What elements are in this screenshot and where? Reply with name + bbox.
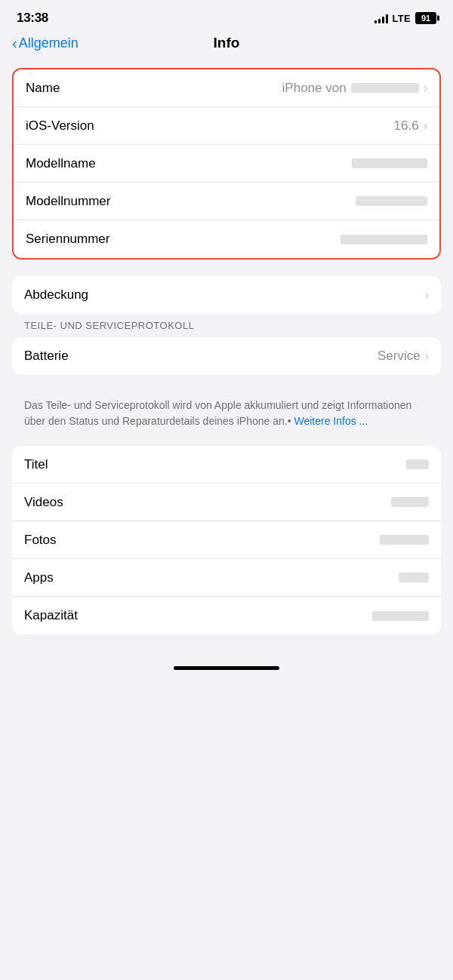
ios-version-row[interactable]: iOS-Version 16.6 › [14, 107, 439, 145]
videos-value [391, 497, 429, 507]
status-time: 13:38 [17, 11, 48, 26]
batterie-row[interactable]: Batterie Service › [12, 337, 441, 375]
fotos-blurred [380, 535, 429, 545]
status-bar: 13:38 LTE 91 [0, 0, 453, 32]
name-row[interactable]: Name iPhone von › [14, 69, 439, 107]
fotos-label: Fotos [24, 533, 57, 548]
kapazitat-row: Kapazität [12, 597, 441, 634]
status-right: LTE 91 [374, 12, 437, 24]
model-name-blurred [352, 158, 427, 168]
nav-bar: ‹ Allgemein Info [0, 32, 453, 60]
storage-section: Titel Videos Fotos Apps [12, 446, 441, 634]
page-title: Info [214, 35, 240, 51]
serial-number-value [341, 235, 427, 244]
name-blurred [351, 83, 419, 93]
videos-label: Videos [24, 495, 63, 510]
fotos-row: Fotos [12, 521, 441, 559]
serial-number-label: Seriennummer [26, 232, 110, 247]
abdeckung-section: Abdeckung › [12, 276, 441, 314]
service-section: Batterie Service › [12, 337, 441, 375]
abdeckung-label: Abdeckung [24, 287, 88, 303]
abdeckung-chevron-icon: › [425, 288, 429, 302]
ios-version-text: 16.6 [394, 118, 419, 134]
model-number-row: Modellnummer [14, 183, 439, 220]
batterie-label: Batterie [24, 349, 69, 364]
apps-value [399, 573, 429, 582]
apps-row: Apps [12, 559, 441, 597]
titel-value [406, 459, 429, 469]
fotos-value [380, 535, 429, 545]
battery-indicator: 91 [415, 12, 436, 24]
back-chevron-icon: ‹ [12, 35, 17, 51]
serial-number-row: Seriennummer [14, 220, 439, 258]
videos-row: Videos [12, 484, 441, 521]
signal-bars-icon [374, 13, 388, 23]
home-bar [174, 666, 279, 670]
back-button[interactable]: ‹ Allgemein [12, 35, 79, 51]
name-chevron-icon: › [424, 81, 427, 95]
name-text: iPhone von [282, 81, 347, 96]
ios-version-chevron-icon: › [424, 119, 427, 133]
home-indicator [0, 651, 453, 677]
service-protocol-block: TEILE- UND SERVICEPROTOKOLL Batterie Ser… [12, 320, 441, 440]
service-description: Das Teile- und Serviceprotokoll wird von… [12, 392, 441, 440]
kapazitat-value [372, 611, 429, 621]
kapazitat-blurred [372, 611, 429, 621]
weitere-infos-link[interactable]: Weitere Infos ... [294, 415, 368, 427]
back-label: Allgemein [19, 35, 79, 51]
model-name-row: Modellname [14, 145, 439, 183]
apps-blurred [399, 573, 429, 582]
abdeckung-row[interactable]: Abdeckung › [12, 276, 441, 314]
titel-row: Titel [12, 446, 441, 484]
ios-version-value: 16.6 › [394, 118, 427, 134]
ios-version-label: iOS-Version [26, 118, 94, 134]
model-name-value [352, 158, 427, 168]
model-number-value [356, 196, 427, 206]
content-area: Name iPhone von › iOS-Version 16.6 › Mod… [0, 68, 453, 634]
titel-blurred [406, 459, 429, 469]
kapazitat-label: Kapazität [24, 608, 78, 623]
model-name-label: Modellname [26, 156, 96, 171]
device-info-section: Name iPhone von › iOS-Version 16.6 › Mod… [12, 68, 441, 260]
titel-label: Titel [24, 457, 48, 472]
abdeckung-value: › [425, 288, 429, 302]
batterie-status: Service [378, 349, 421, 364]
videos-blurred [391, 497, 429, 507]
model-number-label: Modellnummer [26, 194, 110, 209]
lte-label: LTE [393, 13, 411, 24]
model-number-blurred [356, 196, 427, 206]
serial-number-blurred [341, 235, 427, 244]
batterie-value: Service › [378, 349, 429, 364]
name-label: Name [26, 81, 60, 96]
name-value: iPhone von › [282, 81, 427, 96]
apps-label: Apps [24, 570, 54, 585]
batterie-chevron-icon: › [425, 349, 429, 363]
service-section-label: TEILE- UND SERVICEPROTOKOLL [12, 320, 441, 337]
